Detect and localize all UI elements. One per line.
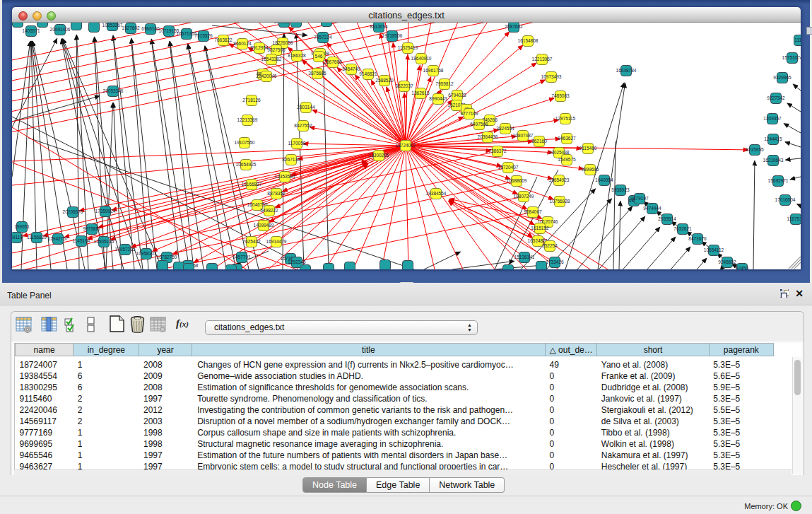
svg-text:15692971: 15692971	[768, 178, 789, 183]
svg-text:19384554: 19384554	[426, 191, 447, 196]
svg-text:19654923: 19654923	[549, 177, 570, 182]
svg-text:9457791: 9457791	[233, 255, 251, 259]
svg-text:18640910: 18640910	[411, 56, 432, 61]
svg-text:1209357: 1209357	[763, 116, 782, 121]
svg-text:17957215: 17957215	[115, 247, 136, 252]
svg-text:16648784: 16648784	[616, 68, 637, 73]
svg-text:22420046: 22420046	[257, 74, 277, 78]
svg-text:9245652: 9245652	[718, 259, 736, 264]
svg-text:9084067: 9084067	[524, 209, 542, 214]
svg-text:20364436: 20364436	[478, 134, 498, 139]
svg-text:5498222: 5498222	[260, 208, 278, 213]
svg-text:1167533: 1167533	[787, 216, 801, 221]
svg-text:7632621: 7632621	[673, 226, 692, 231]
svg-text:16782759: 16782759	[157, 255, 177, 259]
svg-text:2718126: 2718126	[242, 98, 261, 103]
svg-text:11156829: 11156829	[27, 235, 47, 240]
svg-text:9227342: 9227342	[767, 95, 785, 100]
svg-text:92450: 92450	[736, 266, 748, 270]
svg-text:20691406: 20691406	[50, 27, 71, 32]
svg-text:1640954: 1640954	[595, 177, 613, 182]
svg-text:1362615: 1362615	[411, 90, 430, 95]
svg-text:2367608: 2367608	[324, 59, 342, 64]
svg-text:18300295: 18300295	[369, 153, 389, 158]
svg-text:10973493: 10973493	[541, 74, 562, 79]
svg-text:9975867: 9975867	[83, 226, 101, 231]
svg-text:10958107: 10958107	[136, 251, 157, 256]
svg-text:2588520: 2588520	[375, 78, 394, 83]
svg-text:8660124: 8660124	[233, 41, 252, 46]
svg-text:19107550: 19107550	[235, 140, 255, 145]
svg-text:1170058: 1170058	[288, 141, 306, 146]
svg-text:159051: 159051	[14, 224, 30, 229]
svg-text:15751074: 15751074	[782, 55, 801, 60]
svg-text:1405571: 1405571	[22, 28, 40, 33]
svg-text:9329965: 9329965	[773, 75, 792, 80]
svg-text:7857224: 7857224	[314, 35, 332, 40]
svg-text:8990443: 8990443	[429, 96, 447, 101]
svg-text:252254: 252254	[542, 243, 558, 248]
svg-text:9899695: 9899695	[581, 167, 599, 172]
svg-text:9474444: 9474444	[643, 206, 661, 211]
svg-text:12975115: 12975115	[555, 116, 576, 121]
svg-text:9146821: 9146821	[359, 71, 377, 76]
svg-text:6497568: 6497568	[470, 122, 488, 127]
svg-text:11325419: 11325419	[398, 45, 418, 50]
svg-text:1527602: 1527602	[122, 25, 140, 30]
svg-text:1615152: 1615152	[531, 226, 549, 230]
svg-text:12213967: 12213967	[532, 57, 553, 62]
svg-text:12942757: 12942757	[48, 236, 69, 241]
svg-text:2087682: 2087682	[505, 24, 523, 29]
svg-text:10807487: 10807487	[513, 133, 534, 138]
svg-text:18807249: 18807249	[514, 194, 534, 199]
svg-text:1549575: 1549575	[558, 157, 576, 162]
svg-text:8267130: 8267130	[282, 157, 300, 162]
svg-text:3824554: 3824554	[496, 126, 514, 131]
svg-text:2803144: 2803144	[297, 105, 315, 110]
svg-text:7625402: 7625402	[242, 239, 261, 244]
svg-text:20206576: 20206576	[63, 209, 83, 214]
svg-text:546: 546	[315, 54, 323, 59]
svg-text:19218506: 19218506	[382, 33, 403, 38]
svg-text:1292345: 1292345	[288, 259, 306, 264]
svg-text:9679197: 9679197	[630, 196, 649, 201]
svg-text:7386372: 7386372	[488, 148, 507, 153]
svg-text:12505135: 12505135	[94, 239, 114, 244]
svg-text:16210643: 16210643	[763, 158, 784, 163]
svg-text:9777169: 9777169	[460, 111, 478, 116]
svg-text:17359924: 17359924	[95, 209, 116, 214]
svg-text:15136141: 15136141	[514, 255, 535, 259]
svg-text:16961758: 16961758	[423, 68, 444, 73]
svg-text:7515526: 7515526	[194, 33, 213, 38]
svg-text:9827500: 9827500	[267, 47, 286, 52]
svg-text:2933514: 2933514	[658, 216, 676, 221]
svg-text:6794028: 6794028	[448, 93, 466, 98]
svg-text:962160: 962160	[531, 139, 547, 144]
svg-text:8454749: 8454749	[342, 66, 360, 71]
svg-text:8186328: 8186328	[288, 53, 306, 58]
svg-text:8427552: 8427552	[294, 123, 312, 128]
svg-text:6966160: 6966160	[141, 26, 160, 31]
svg-text:18226058: 18226058	[273, 40, 293, 45]
svg-text:1145194: 1145194	[73, 238, 90, 243]
svg-text:18724007: 18724007	[396, 143, 416, 148]
svg-text:17016504: 17016504	[775, 197, 796, 202]
svg-text:8878352: 8878352	[267, 191, 286, 196]
svg-text:16914479: 16914479	[266, 239, 287, 244]
svg-text:1244415: 1244415	[764, 136, 782, 141]
svg-text:19166827: 19166827	[242, 182, 262, 187]
svg-text:1733426: 1733426	[546, 259, 564, 264]
svg-text:16154808: 16154808	[518, 38, 539, 43]
svg-text:8471676: 8471676	[688, 236, 707, 241]
svg-text:9115460: 9115460	[579, 146, 597, 151]
svg-text:10756928: 10756928	[550, 199, 570, 204]
svg-text:5938923: 5938923	[611, 187, 630, 192]
svg-text:10688609: 10688609	[507, 178, 527, 183]
svg-text:7955812: 7955812	[435, 81, 454, 86]
svg-text:3822037: 3822037	[395, 83, 413, 88]
svg-text:14099489: 14099489	[254, 223, 274, 228]
svg-text:8813054: 8813054	[370, 24, 388, 29]
svg-text:16543382: 16543382	[261, 57, 282, 62]
svg-text:9463627: 9463627	[558, 136, 576, 141]
svg-text:8912954: 8912954	[250, 45, 269, 50]
